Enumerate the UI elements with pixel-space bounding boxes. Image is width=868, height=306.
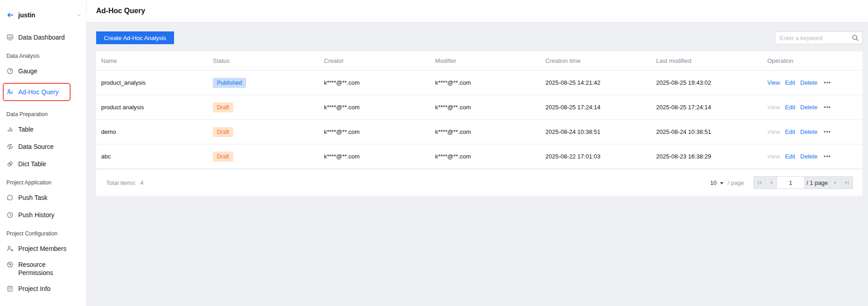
edit-link[interactable]: Edit bbox=[785, 153, 795, 160]
sidebar-item-data-source[interactable]: Data Source bbox=[0, 141, 86, 152]
view-link[interactable]: View bbox=[767, 79, 780, 86]
sidebar-section-data-preparation: Data Preparation bbox=[0, 111, 86, 117]
push-task-icon bbox=[6, 194, 14, 201]
page-title: Ad-Hoc Query bbox=[96, 7, 145, 15]
edit-link[interactable]: Edit bbox=[785, 104, 795, 111]
delete-link[interactable]: Delete bbox=[800, 128, 817, 135]
sidebar-item-label: Table bbox=[18, 126, 33, 133]
cell-name: product_analysis bbox=[101, 79, 213, 86]
cell-last-modified: 2025-08-24 10:38:51 bbox=[656, 128, 767, 135]
cell-creation-time: 2025-08-24 10:38:51 bbox=[545, 128, 656, 135]
first-page-button[interactable] bbox=[754, 176, 765, 189]
status-badge: Draft bbox=[213, 152, 233, 162]
last-page-button[interactable] bbox=[841, 176, 853, 189]
status-badge: Published bbox=[213, 78, 246, 88]
sidebar-item-push-history[interactable]: Push History bbox=[0, 209, 86, 220]
sidebar-item-resource-permissions[interactable]: Resource Permissions bbox=[0, 260, 86, 277]
cell-modifier: k****@**.com bbox=[435, 153, 545, 160]
delete-link[interactable]: Delete bbox=[800, 104, 817, 111]
current-page-input[interactable] bbox=[776, 176, 805, 189]
table-row: product_analysis Published k****@**.com … bbox=[96, 71, 863, 95]
delete-link[interactable]: Delete bbox=[800, 79, 817, 86]
view-link: View bbox=[767, 104, 780, 111]
page-controls: / 1 page bbox=[754, 176, 853, 189]
caret-down-icon bbox=[720, 182, 724, 184]
table-footer: Total items: 4 10 / page bbox=[96, 169, 863, 196]
push-history-icon bbox=[6, 211, 14, 219]
sidebar-item-project-info[interactable]: Project Info bbox=[0, 283, 86, 294]
content-area: Create Ad-Hoc Analysis Name Status Creat… bbox=[87, 22, 868, 306]
cell-creator: k****@**.com bbox=[324, 153, 435, 160]
edit-link[interactable]: Edit bbox=[785, 128, 795, 135]
column-header-creator: Creator bbox=[324, 57, 435, 64]
sidebar-item-label: Ad-Hoc Query bbox=[18, 88, 59, 96]
page-header: Ad-Hoc Query bbox=[87, 0, 868, 22]
sidebar-section-project-configuration: Project Configuration bbox=[0, 230, 86, 237]
sidebar-item-label: Gauge bbox=[18, 67, 37, 75]
sidebar-section-project-application: Project Application bbox=[0, 179, 86, 186]
view-link: View bbox=[767, 128, 780, 135]
sidebar-item-table[interactable]: Table bbox=[0, 124, 86, 135]
column-header-operation: Operation bbox=[767, 57, 863, 64]
sidebar-header: justin bbox=[0, 9, 86, 21]
view-link: View bbox=[767, 153, 780, 160]
cell-name: demo bbox=[101, 128, 213, 135]
cell-creator: k****@**.com bbox=[324, 79, 435, 86]
total-items-value: 4 bbox=[140, 179, 144, 186]
sidebar-item-dict-table[interactable]: Dict Table bbox=[0, 158, 86, 169]
column-header-creation-time: Creation time bbox=[545, 57, 656, 64]
sidebar-item-data-dashboard[interactable]: Data Dashboard bbox=[0, 32, 86, 43]
page-size-value: 10 bbox=[710, 179, 716, 186]
total-items: Total items: 4 bbox=[106, 179, 144, 186]
more-actions-icon[interactable]: ••• bbox=[824, 129, 831, 135]
resource-permissions-icon bbox=[6, 261, 14, 268]
search-box bbox=[775, 31, 863, 44]
cell-last-modified: 2025-08-25 17:24:14 bbox=[656, 104, 767, 111]
next-page-button[interactable] bbox=[830, 176, 842, 189]
main-area: Ad-Hoc Query Create Ad-Hoc Analysis Name… bbox=[87, 0, 868, 306]
table-header-row: Name Status Creator Modifier Creation ti… bbox=[96, 51, 863, 71]
edit-link[interactable]: Edit bbox=[785, 79, 795, 86]
sidebar-item-gauge[interactable]: Gauge bbox=[0, 66, 86, 76]
cell-creation-time: 2025-08-25 17:24:14 bbox=[545, 104, 656, 111]
more-actions-icon[interactable]: ••• bbox=[824, 154, 831, 159]
table-icon bbox=[6, 126, 14, 133]
cell-last-modified: 2025-08-25 19:43:02 bbox=[656, 79, 767, 86]
sidebar-item-label: Resource Permissions bbox=[18, 260, 68, 277]
data-source-icon bbox=[6, 143, 14, 150]
sidebar-item-ad-hoc-query[interactable]: Ad-Hoc Query bbox=[3, 83, 71, 101]
search-input[interactable] bbox=[775, 31, 863, 44]
column-header-modifier: Modifier bbox=[435, 57, 545, 64]
more-actions-icon[interactable]: ••• bbox=[824, 80, 831, 86]
sidebar-section-data-analysis: Data Analysis bbox=[0, 53, 86, 59]
sidebar-item-label: Dict Table bbox=[18, 160, 46, 168]
create-adhoc-analysis-button[interactable]: Create Ad-Hoc Analysis bbox=[96, 31, 174, 44]
cell-creation-time: 2025-08-22 17:01:03 bbox=[545, 153, 656, 160]
cell-creation-time: 2025-08-25 14:21:42 bbox=[545, 79, 656, 86]
sidebar-item-label: Data Dashboard bbox=[18, 34, 65, 41]
cell-modifier: k****@**.com bbox=[435, 79, 545, 86]
search-icon[interactable] bbox=[852, 34, 859, 41]
dict-table-icon bbox=[6, 160, 14, 168]
page-size-selector[interactable]: 10 / page bbox=[710, 179, 744, 186]
sidebar-item-project-members[interactable]: Project Members bbox=[0, 243, 86, 254]
status-badge: Draft bbox=[213, 102, 233, 112]
cell-name: product analysis bbox=[101, 104, 213, 111]
column-header-name: Name bbox=[101, 57, 213, 64]
cell-creator: k****@**.com bbox=[324, 104, 435, 111]
total-items-label: Total items: bbox=[106, 179, 136, 186]
column-header-last-modified: Last modified bbox=[656, 57, 767, 64]
more-actions-icon[interactable]: ••• bbox=[824, 105, 831, 110]
adhoc-query-table: Name Status Creator Modifier Creation ti… bbox=[96, 51, 863, 196]
sidebar-item-push-task[interactable]: Push Task bbox=[0, 192, 86, 203]
chevron-down-icon[interactable] bbox=[77, 13, 82, 18]
page-number-field[interactable] bbox=[777, 177, 804, 189]
dashboard-icon bbox=[6, 34, 14, 41]
previous-page-button[interactable] bbox=[765, 176, 777, 189]
pagination: 10 / page bbox=[710, 176, 853, 189]
project-info-icon bbox=[6, 285, 14, 292]
sidebar-item-label: Project Info bbox=[18, 285, 51, 292]
back-arrow-icon[interactable] bbox=[6, 11, 14, 19]
total-pages-label: / 1 page bbox=[804, 176, 830, 189]
delete-link[interactable]: Delete bbox=[800, 153, 817, 160]
